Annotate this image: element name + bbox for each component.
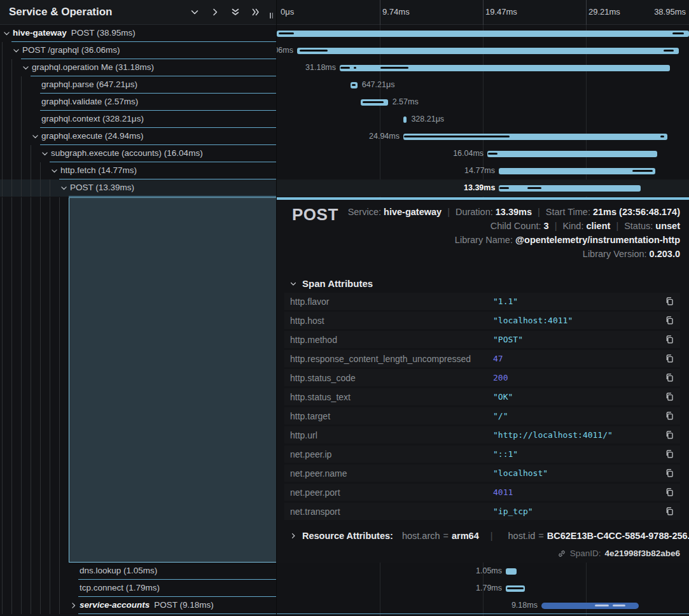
child-span-marker xyxy=(499,187,509,189)
duration-label: 328.21μs xyxy=(411,111,444,128)
chevron-down-icon[interactable] xyxy=(12,46,20,55)
copy-icon[interactable] xyxy=(665,316,674,325)
child-span-marker xyxy=(632,170,653,172)
timeline-row[interactable]: 13.39ms xyxy=(277,179,689,197)
indent-guide xyxy=(21,111,22,128)
span-detail-title: POST xyxy=(292,205,338,225)
attribute-key: net.peer.port xyxy=(284,487,493,498)
duration-label: 2.57ms xyxy=(393,94,419,111)
tree-row[interactable]: subgraph.execute (accounts) (16.04ms) xyxy=(0,145,277,162)
copy-icon[interactable] xyxy=(665,297,674,306)
tree-row[interactable]: tcp.connect (1.79ms) xyxy=(0,580,277,597)
span-bar[interactable] xyxy=(487,151,657,157)
tree-row[interactable]: graphql.validate (2.57ms) xyxy=(0,94,277,111)
attribute-row: net.peer.ip"::1" xyxy=(284,445,680,463)
timeline-row[interactable]: 647.21μs xyxy=(277,76,689,94)
indent-guide xyxy=(50,563,50,580)
tree-row[interactable]: http.fetch (14.77ms) xyxy=(0,162,277,179)
span-bar[interactable] xyxy=(403,116,407,123)
span-detail-card: POST Service: hive-gateway|Duration: 13.… xyxy=(277,197,689,563)
selected-span-detail-spacer xyxy=(69,197,276,563)
copy-icon[interactable] xyxy=(665,411,674,421)
double-chevron-right-icon[interactable] xyxy=(251,7,261,17)
tree-row[interactable]: graphql.operation Me (31.18ms) xyxy=(0,59,277,76)
panel-divider[interactable] xyxy=(276,0,277,616)
indent-guide xyxy=(2,94,3,111)
timeline-row[interactable]: 16.04ms xyxy=(277,145,689,162)
tree-row[interactable]: POST /graphql (36.06ms) xyxy=(0,42,277,59)
attribute-value: "::1" xyxy=(493,449,665,459)
tree-row[interactable]: graphql.parse (647.21μs) xyxy=(0,76,277,94)
indent-guide xyxy=(11,179,12,197)
tree-row[interactable]: hive-gatewayPOST (38.95ms) xyxy=(0,25,277,42)
copy-icon[interactable] xyxy=(665,487,674,497)
timeline-row[interactable]: 24.94ms xyxy=(277,128,689,145)
timeline-row[interactable]: 1.79ms xyxy=(277,580,689,597)
copy-icon[interactable] xyxy=(665,392,674,402)
indent-guide xyxy=(2,197,3,563)
resource-pair: host.id=BC62E13B-C4CC-5854-9788-256... xyxy=(505,531,689,541)
timeline-row[interactable]: 36.06ms xyxy=(277,42,689,59)
attribute-key: net.transport xyxy=(284,507,493,517)
chevron-down-icon[interactable] xyxy=(22,64,30,72)
attribute-row: http.target"/" xyxy=(284,407,680,424)
copy-icon[interactable] xyxy=(665,507,674,516)
span-bar[interactable] xyxy=(506,568,517,575)
span-bar[interactable] xyxy=(277,31,689,37)
timeline-row[interactable]: 31.18ms xyxy=(277,59,689,76)
tree-row[interactable]: graphql.context (328.21μs) xyxy=(0,111,277,128)
timeline-row[interactable]: 2.57ms xyxy=(277,94,689,111)
copy-icon[interactable] xyxy=(665,373,674,382)
chevron-down-icon[interactable] xyxy=(60,184,68,192)
trace-timeline-view: Service & Operation hive-gatewayPOST (38… xyxy=(0,0,689,616)
child-span-marker xyxy=(660,136,664,137)
tree-row[interactable]: graphql.execute (24.94ms) xyxy=(0,128,277,145)
tree-row[interactable]: dns.lookup (1.05ms) xyxy=(0,563,277,580)
span-name-label: graphql.execute (24.94ms) xyxy=(41,128,144,144)
chevron-right-icon[interactable] xyxy=(289,532,297,540)
chevron-down-icon[interactable] xyxy=(31,132,39,141)
span-name-label: POST (13.39ms) xyxy=(70,179,134,196)
row-separator xyxy=(78,613,277,614)
copy-icon[interactable] xyxy=(665,449,674,459)
span-bar[interactable] xyxy=(499,185,641,192)
tree-row[interactable]: POST (13.39ms) xyxy=(0,179,277,197)
child-span-marker xyxy=(613,605,625,606)
attribute-key: http.url xyxy=(284,430,493,440)
chevron-right-icon[interactable] xyxy=(210,7,220,17)
copy-icon[interactable] xyxy=(665,354,674,363)
column-resize-handle[interactable] xyxy=(270,13,273,18)
span-attributes-toggle[interactable]: Span Attributes xyxy=(289,278,373,289)
chevron-down-icon[interactable] xyxy=(50,167,59,175)
copy-icon[interactable] xyxy=(665,468,674,478)
timeline-row[interactable]: 38.95ms xyxy=(277,25,689,42)
indent-guide xyxy=(50,197,50,563)
timeline-row[interactable]: 14.77ms xyxy=(277,162,689,179)
duration-label: 13.39ms xyxy=(464,179,495,197)
chevron-down-icon[interactable] xyxy=(3,29,11,38)
indent-guide xyxy=(21,94,22,111)
timeline-row[interactable]: 328.21μs xyxy=(277,111,689,128)
indent-guide xyxy=(21,76,22,94)
timeline-row[interactable]: 1.05ms xyxy=(277,563,689,580)
timeline-row[interactable]: 9.18ms xyxy=(277,597,689,614)
link-icon[interactable] xyxy=(557,549,566,558)
chevron-down-icon[interactable] xyxy=(41,150,49,158)
double-chevron-down-icon[interactable] xyxy=(230,7,240,17)
span-name-label: tcp.connect (1.79ms) xyxy=(80,580,160,596)
copy-icon[interactable] xyxy=(665,430,674,440)
chevron-right-icon[interactable] xyxy=(69,601,78,610)
attribute-value: "ip_tcp" xyxy=(493,507,665,516)
tree-row[interactable]: service-accountsPOST (9.18ms) xyxy=(0,597,277,614)
span-bar[interactable] xyxy=(499,168,655,174)
attribute-key: http.host xyxy=(284,316,493,326)
indent-guide xyxy=(2,597,3,614)
duration-label: 31.18ms xyxy=(305,59,336,76)
chevron-down-icon[interactable] xyxy=(190,7,200,17)
span-bar[interactable] xyxy=(297,48,679,54)
child-span-marker xyxy=(527,187,541,189)
copy-icon[interactable] xyxy=(665,335,674,344)
attribute-value: "POST" xyxy=(493,335,665,344)
row-separator xyxy=(277,613,689,614)
indent-guides xyxy=(0,197,69,563)
